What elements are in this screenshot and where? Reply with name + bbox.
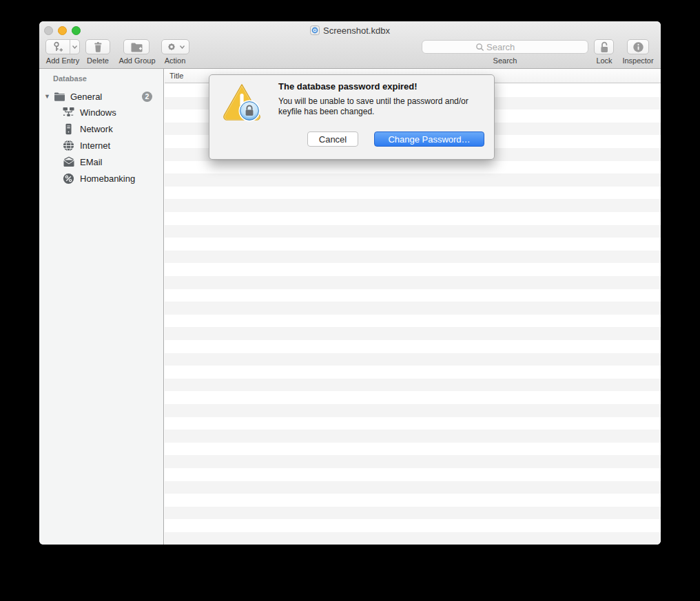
inspector-button[interactable]	[627, 39, 649, 54]
sidebar-item-email[interactable]: EMail	[39, 154, 163, 169]
lock-open-icon	[598, 41, 610, 54]
trash-icon	[92, 41, 104, 53]
dialog-body: You will be unable to save until the pas…	[278, 96, 469, 117]
add-entry-dropdown[interactable]	[70, 40, 79, 54]
add-group-button[interactable]	[123, 39, 150, 54]
column-header-label: Title	[169, 72, 183, 80]
info-icon	[632, 41, 644, 53]
sidebar-item-internet[interactable]: Internet	[39, 138, 163, 153]
envelope-icon	[63, 156, 75, 167]
cancel-button[interactable]: Cancel	[307, 131, 358, 147]
search-icon	[475, 43, 484, 52]
add-entry-button[interactable]	[45, 39, 80, 54]
sidebar-item-label: Internet	[80, 140, 110, 151]
percent-icon	[63, 173, 74, 184]
sidebar-item-windows[interactable]: Windows	[39, 105, 163, 120]
change-password-button[interactable]: Change Password…	[374, 131, 484, 147]
key-plus-icon	[46, 40, 70, 54]
titlebar-toolbar: Screenshot.kdbx Add Entry	[39, 21, 661, 69]
sidebar: Database ▼ General 2	[39, 69, 164, 545]
dialog-title: The database password expired!	[278, 81, 418, 92]
sidebar-item-label: Homebanking	[80, 173, 135, 184]
sidebar-group-general[interactable]: ▼ General 2	[39, 89, 163, 104]
dialog-body-line2: keyfile has been changed.	[278, 107, 469, 117]
globe-icon	[63, 140, 74, 151]
sidebar-item-label: Windows	[80, 107, 116, 118]
sidebar-group-label: General	[70, 92, 102, 102]
lock-button[interactable]	[594, 39, 614, 54]
sidebar-item-label: EMail	[80, 157, 103, 167]
folder-plus-icon	[130, 41, 143, 53]
dialog-body-line1: You will be unable to save until the pas…	[278, 96, 469, 107]
password-expired-dialog: The database password expired! You will …	[209, 74, 495, 160]
entry-count-badge: 2	[142, 92, 152, 102]
document-proxy-icon	[310, 25, 320, 35]
sidebar-item-homebanking[interactable]: Homebanking	[39, 171, 163, 186]
disclosure-triangle-icon[interactable]: ▼	[44, 93, 50, 100]
windows-network-icon	[63, 107, 74, 118]
action-button[interactable]	[161, 39, 189, 54]
server-icon	[63, 123, 74, 135]
search-input[interactable]	[486, 42, 535, 52]
action-label: Action	[151, 56, 199, 65]
sidebar-item-network[interactable]: Network	[39, 121, 163, 136]
delete-button[interactable]	[85, 39, 110, 54]
lock-badge-icon	[238, 100, 260, 122]
app-window: Screenshot.kdbx Add Entry	[39, 21, 661, 545]
inspector-label: Inspector	[617, 56, 659, 65]
gear-icon	[166, 41, 177, 52]
folder-icon	[54, 92, 65, 102]
chevron-down-icon	[72, 45, 77, 49]
search-label: Search	[422, 56, 588, 65]
chevron-down-icon	[180, 45, 185, 49]
window-title-text: Screenshot.kdbx	[323, 25, 390, 36]
window-title: Screenshot.kdbx	[39, 25, 661, 36]
sidebar-section-header: Database	[53, 74, 87, 83]
sidebar-item-label: Network	[80, 124, 113, 134]
search-field[interactable]	[422, 40, 588, 54]
